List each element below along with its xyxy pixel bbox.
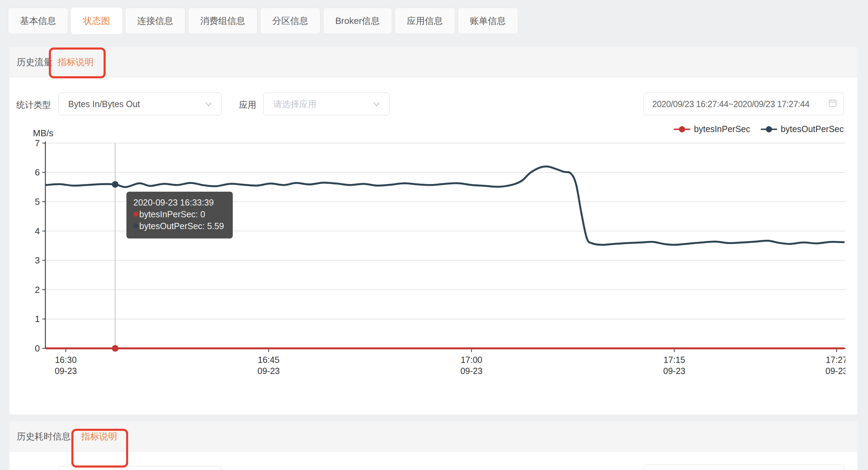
hover-dot-bytesInPerSec — [112, 345, 118, 352]
y-tick-label: 5 — [35, 197, 40, 207]
y-tick-label: 3 — [35, 255, 40, 266]
y-tick-label: 1 — [35, 314, 40, 324]
x-tick-time-label: 17:27 — [826, 355, 848, 365]
y-tick-label: 0 — [35, 343, 40, 354]
series-line-bytesOutPerSec — [46, 166, 844, 245]
x-tick-date-label: 09-23 — [55, 366, 77, 376]
y-tick-label: 2 — [35, 285, 40, 295]
traffic-line-chart[interactable]: 16:3009-2316:4509-2317:0009-2317:1509-23… — [0, 0, 868, 470]
y-axis-unit-label: MB/s — [33, 128, 53, 138]
y-tick-label: 6 — [35, 167, 40, 177]
legend-label: bytesInPerSec — [694, 124, 750, 134]
x-tick-date-label: 09-23 — [258, 366, 280, 376]
y-tick-label: 4 — [35, 226, 40, 236]
x-tick-time-label: 17:15 — [664, 355, 685, 365]
legend-marker-icon — [674, 127, 690, 132]
x-tick-date-label: 09-23 — [460, 366, 482, 376]
chart-legend: bytesInPerSec bytesOutPerSec — [674, 124, 844, 134]
legend-item-bytesOutPerSec[interactable]: bytesOutPerSec — [761, 124, 844, 134]
x-tick-time-label: 16:30 — [55, 355, 77, 365]
x-tick-time-label: 17:00 — [461, 355, 482, 365]
legend-marker-icon — [761, 127, 777, 132]
x-tick-time-label: 16:45 — [258, 355, 280, 365]
y-tick-label: 7 — [35, 138, 40, 148]
x-tick-date-label: 09-23 — [825, 366, 848, 376]
plot-area: 16:3009-2316:4509-2317:0009-2317:1509-23… — [45, 143, 848, 376]
legend-item-bytesInPerSec[interactable]: bytesInPerSec — [674, 124, 750, 134]
hover-dot-bytesOutPerSec — [112, 181, 118, 188]
x-tick-date-label: 09-23 — [663, 366, 685, 376]
legend-label: bytesOutPerSec — [781, 124, 844, 134]
